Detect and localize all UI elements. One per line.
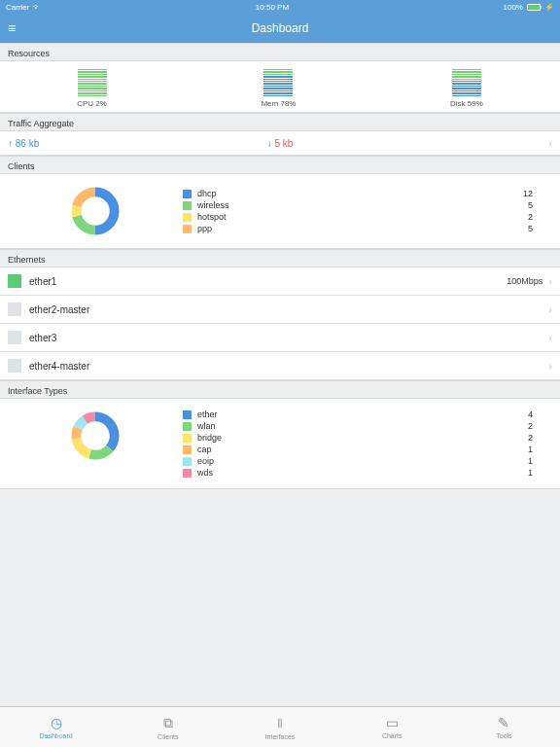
ethernet-row[interactable]: ether4-master› — [0, 352, 560, 380]
legend-label: ppp — [197, 224, 212, 233]
legend-row: wds1 — [183, 467, 552, 479]
legend-row: dhcp12 — [183, 188, 552, 199]
tab-label: Tools — [496, 732, 511, 739]
resource-bars — [263, 69, 293, 96]
tab-label: Charts — [382, 732, 402, 739]
traffic-header: Traffic Aggregate — [0, 113, 560, 131]
tab-clients[interactable]: ⧉Clients — [112, 707, 224, 747]
ethernet-row[interactable]: ether3› — [0, 324, 560, 352]
chevron-right-icon: › — [548, 360, 552, 372]
legend-label: dhcp — [197, 189, 217, 198]
wifi-icon: ᯤ — [33, 3, 41, 12]
ethernet-status-swatch — [8, 359, 21, 373]
legend-label: ether — [197, 409, 218, 419]
legend-row: bridge2 — [183, 432, 552, 444]
clients-body: dhcp12wireless5hotspot2ppp5 — [0, 174, 560, 249]
tab-charts[interactable]: ▭Charts — [336, 707, 448, 747]
tab-tools[interactable]: ✎Tools — [448, 707, 560, 747]
legend-value: 1 — [528, 468, 533, 478]
iftypes-header: Interface Types — [0, 380, 560, 399]
resource-item: Mem 78% — [261, 69, 296, 108]
resource-label: CPU 2% — [77, 99, 107, 108]
legend-swatch — [183, 422, 192, 431]
legend-label: bridge — [197, 433, 222, 443]
legend-row: wlan2 — [183, 420, 552, 432]
tab-label: Clients — [158, 733, 178, 740]
traffic-upload: ↑ 86 kb — [8, 138, 39, 149]
ethernet-label: ether3 — [29, 333, 56, 343]
carrier-label: Carrier — [6, 3, 29, 12]
legend-swatch — [183, 213, 192, 222]
resource-bars — [78, 69, 107, 96]
ethernet-label: ether2-master — [29, 304, 89, 315]
resource-label: Mem 78% — [261, 99, 296, 108]
tab-dashboard[interactable]: ◷Dashboard — [0, 707, 112, 747]
legend-swatch — [183, 190, 192, 198]
clients-legend: dhcp12wireless5hotspot2ppp5 — [183, 188, 552, 234]
clock: 10:50 PM — [256, 3, 289, 12]
resource-item: CPU 2% — [77, 69, 107, 108]
iftypes-legend: ether4wlan2bridge2cap1eoip1wds1 — [183, 409, 552, 479]
ethernet-label: ether1 — [29, 276, 56, 287]
ethernet-row[interactable]: ether2-master› — [0, 296, 560, 324]
tab-label: Interfaces — [265, 733, 296, 740]
tab-bar: ◷Dashboard⧉Clients⦀Interfaces▭Charts✎Too… — [0, 706, 560, 747]
traffic-row[interactable]: ↑ 86 kb ↓ 5 kb › — [0, 131, 560, 156]
clients-donut-chart — [68, 184, 122, 238]
legend-value: 2 — [528, 212, 533, 222]
legend-swatch — [183, 410, 192, 419]
ethernets-list: ether1100Mbps›ether2-master›ether3›ether… — [0, 267, 560, 380]
legend-row: hotspot2 — [183, 211, 552, 223]
legend-row: eoip1 — [183, 455, 552, 467]
legend-swatch — [183, 457, 192, 466]
legend-label: wlan — [197, 421, 216, 431]
chevron-right-icon: › — [548, 303, 552, 315]
legend-swatch — [183, 201, 192, 210]
resource-label: Disk 59% — [450, 99, 483, 108]
charging-icon: ⚡ — [544, 3, 554, 12]
resources-header: Resources — [0, 43, 560, 61]
legend-value: 12 — [523, 189, 533, 198]
chevron-right-icon: › — [548, 137, 552, 149]
menu-button[interactable]: ≡ — [8, 20, 16, 36]
legend-value: 1 — [528, 445, 533, 454]
legend-swatch — [183, 225, 192, 233]
ethernet-status-swatch — [8, 302, 21, 316]
ethernet-label: ether4-master — [29, 361, 89, 372]
chevron-right-icon: › — [548, 275, 552, 287]
legend-label: cap — [197, 445, 212, 454]
battery-icon — [527, 4, 541, 11]
ethernets-header: Ethernets — [0, 249, 560, 267]
legend-label: hotspot — [197, 212, 227, 222]
clients-icon: ⧉ — [163, 715, 173, 731]
legend-value: 4 — [528, 409, 533, 419]
legend-value: 1 — [528, 456, 533, 466]
iftypes-donut-chart — [68, 409, 122, 463]
iftypes-donut-wrap — [8, 409, 183, 463]
interfaces-icon: ⦀ — [277, 715, 283, 731]
legend-value: 2 — [528, 421, 533, 431]
legend-label: wireless — [197, 200, 229, 210]
chevron-right-icon: › — [548, 332, 552, 343]
ethernet-row[interactable]: ether1100Mbps› — [0, 267, 560, 296]
charts-icon: ▭ — [386, 715, 399, 730]
legend-label: wds — [197, 468, 213, 478]
tab-interfaces[interactable]: ⦀Interfaces — [224, 707, 335, 747]
resources-row: CPU 2%Mem 78%Disk 59% — [0, 61, 560, 113]
status-left: Carrier ᯤ — [6, 3, 41, 12]
tab-label: Dashboard — [39, 732, 72, 739]
ethernet-status-swatch — [8, 331, 21, 344]
legend-swatch — [183, 434, 192, 443]
legend-row: wireless5 — [183, 199, 552, 211]
legend-value: 5 — [528, 224, 533, 233]
status-right: 100% ⚡ — [504, 3, 554, 12]
legend-row: ppp5 — [183, 223, 552, 234]
battery-percent: 100% — [504, 3, 523, 12]
legend-row: ether4 — [183, 409, 552, 420]
ethernet-status-swatch — [8, 274, 21, 288]
legend-label: eoip — [197, 456, 214, 466]
legend-row: cap1 — [183, 444, 552, 455]
resource-bars — [452, 69, 481, 96]
clients-header: Clients — [0, 156, 560, 174]
status-bar: Carrier ᯤ 10:50 PM 100% ⚡ — [0, 0, 560, 14]
